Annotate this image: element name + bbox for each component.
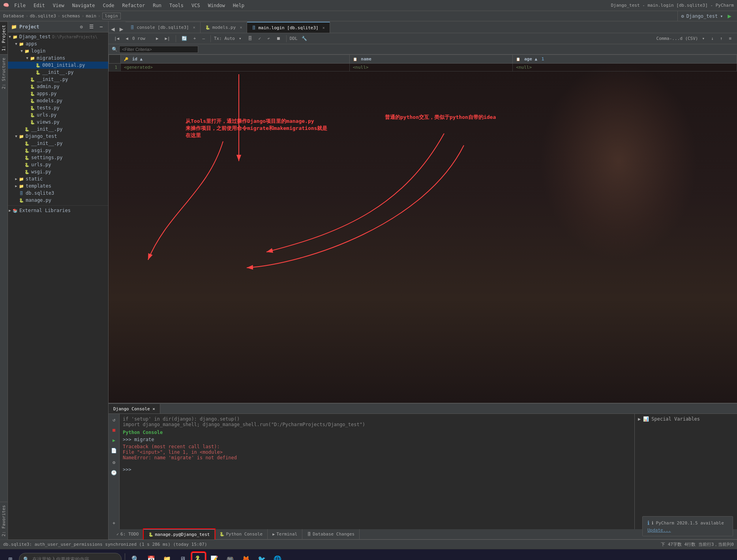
tx-dropdown[interactable]: ▾ [236,35,244,42]
tree-item-urls-login[interactable]: 🐍 urls.py [8,111,108,118]
tree-item-migrations[interactable]: ▼ 📁 migrations [8,54,108,62]
taskbar-icon-browser[interactable]: 🌐 [270,552,285,560]
tree-item-external-libs[interactable]: ▶ 📚 External Libraries [8,205,108,214]
models-tab-close[interactable]: × [240,25,242,30]
taskbar-icon-bird[interactable]: 🐦 [255,552,269,560]
taskbar-icon-python[interactable]: 🐍 [191,552,206,560]
tree-item-wsgi[interactable]: 🐍 wsgi.py [8,168,108,175]
format-dropdown[interactable]: ▾ [700,35,707,42]
update-link[interactable]: Update... [647,528,671,533]
tree-item-init-djangotest[interactable]: 🐍 __init__.py [8,140,108,147]
stop-btn[interactable]: ⏹ [274,35,283,42]
menu-navigate[interactable]: Navigate [71,2,97,9]
bottom-tab-terminal[interactable]: ▶ Terminal [268,529,302,539]
tree-item-models[interactable]: 🐍 models.py [8,97,108,104]
nav-left-btn[interactable]: ◀ [109,25,117,33]
menu-window[interactable]: Window [206,2,227,9]
tree-item-login[interactable]: ▼ 📁 login [8,47,108,54]
tree-item-templates[interactable]: ▶ 📁 templates [8,182,108,190]
more-btn[interactable]: ≡ [726,35,734,42]
tree-item-init-apps[interactable]: 🐍 __init__.py [8,126,108,133]
breadcrumb-login[interactable]: login [102,13,121,19]
menu-run[interactable]: Run [151,2,163,9]
bottom-tab-manage[interactable]: 🐍 manage.py@Django_test [144,529,215,539]
bottom-tab-python-console[interactable]: 🐍 Python Console [215,529,268,539]
project-side-tab[interactable]: 1: Project [0,21,8,54]
run-config-dropdown[interactable]: ▾ [720,13,723,19]
tree-item-0001-initial[interactable]: 🐍 0001_initial.py [8,62,108,69]
check-btn[interactable]: ✓ [256,35,264,42]
import-btn[interactable]: ↑ [718,35,725,42]
taskbar-icon-pycharm[interactable]: 🎮 [223,552,237,560]
menu-file[interactable]: File [13,2,27,9]
menu-code[interactable]: Code [101,2,116,9]
tree-item-admin[interactable]: 🐍 admin.py [8,83,108,90]
settings-console-btn[interactable]: ⚙ [110,458,118,467]
run-btn[interactable]: ▶ [110,436,118,445]
bottom-tab-todo[interactable]: ✓ 6: TODO [112,529,144,539]
add-console-btn[interactable]: + [110,519,118,528]
breadcrumb-database[interactable]: Database [3,13,24,19]
tree-item-views[interactable]: 🐍 views.py [8,118,108,126]
filter-input[interactable] [119,46,198,53]
breadcrumb-schemas[interactable]: schemas [62,13,80,19]
tree-item-asgi[interactable]: 🐍 asgi.py [8,147,108,154]
breadcrumb-main[interactable]: main [86,13,96,19]
run-btn-main[interactable]: ▶ [725,11,734,21]
tree-item-django-test-root[interactable]: ▼ 📁 Django_test D:\PycharmProjects\ [8,33,108,40]
tree-item-static[interactable]: ▶ 📁 static [8,175,108,182]
structure-side-tab[interactable]: 2: Structure [0,54,8,92]
cell-id[interactable]: <generated> [121,64,350,71]
col-name-header[interactable]: 📋 name [349,55,513,64]
menu-help[interactable]: Help [231,2,246,9]
add-row-btn[interactable]: + [191,35,199,42]
cell-age[interactable]: <null> [513,64,737,71]
tree-item-apps[interactable]: ▼ 📁 apps [8,40,108,47]
variables-expand-icon[interactable]: ▶ [638,416,641,422]
nav-prev-btn[interactable]: ◀ [123,35,131,42]
start-btn[interactable]: ⊞ [3,552,17,560]
taskbar-search-input[interactable] [32,556,117,560]
col-age-header[interactable]: 📋 age ▲ 1 [513,55,737,64]
tree-item-tests[interactable]: 🐍 tests.py [8,104,108,111]
stop-console-btn[interactable]: ■ [110,426,118,434]
project-expand-btn[interactable]: ☰ [87,23,96,30]
restart-btn[interactable]: ↺ [110,415,118,424]
taskbar-icon-folder[interactable]: 📁 [160,552,174,560]
tree-item-apps-py[interactable]: 🐍 apps.py [8,90,108,97]
favorites-side-tab[interactable]: 2: Favorites [0,502,8,539]
tree-item-settings[interactable]: 🐍 settings.py [8,154,108,161]
tab-console[interactable]: 🗄 console [db.sqlite3] × [126,22,200,33]
breadcrumb-db-sqlite3[interactable]: db.sqlite3 [30,13,56,19]
menu-edit[interactable]: Edit [32,2,47,9]
tree-item-init-migrations[interactable]: 🐍 __init__.py [8,69,108,76]
ddl-icon-btn[interactable]: 🔧 [299,35,309,42]
menu-refactor[interactable]: Refactor [120,2,146,9]
taskbar-icon-terminal[interactable]: 🖥 [176,552,190,560]
menu-vcs[interactable]: VCS [190,2,202,9]
taskbar-icon-firefox[interactable]: 🦊 [239,552,253,560]
console-tab-close[interactable]: × [193,25,195,30]
scroll-btn[interactable]: 📄 [110,446,118,455]
tree-item-init-login[interactable]: 🐍 __init__.py [8,76,108,83]
django-console-tab[interactable]: Django Console × [109,404,160,413]
project-settings-btn[interactable]: ⚙ [78,23,85,30]
rollback-btn[interactable]: ↶ [265,35,272,42]
taskbar-icon-sublime[interactable]: 📝 [207,552,221,560]
clock-btn[interactable]: 🕐 [110,468,118,477]
nav-right-btn[interactable]: ▶ [117,25,126,33]
taskbar-icon-search[interactable]: 🔍 [128,552,143,560]
taskbar-icon-calendar[interactable]: 📅 [144,552,158,560]
login-tab-close[interactable]: × [323,26,325,30]
refresh-btn[interactable]: 🔄 [179,35,189,42]
bottom-tab-db-changes[interactable]: 🗄 Database Changes [302,529,360,539]
tree-item-manage[interactable]: 🐍 manage.py [8,197,108,204]
tree-item-urls-djangotest[interactable]: 🐍 urls.py [8,161,108,168]
menu-view[interactable]: View [51,2,66,9]
menu-tools[interactable]: Tools [168,2,185,9]
db-icon-btn[interactable]: 🗄 [246,35,255,42]
project-minimize-btn[interactable]: – [98,23,105,30]
nav-last-btn[interactable]: ▶| [163,35,173,42]
tab-models[interactable]: 🐍 models.py × [201,22,248,33]
tree-item-django-test-sub[interactable]: ▼ 📁 Django_test [8,133,108,140]
